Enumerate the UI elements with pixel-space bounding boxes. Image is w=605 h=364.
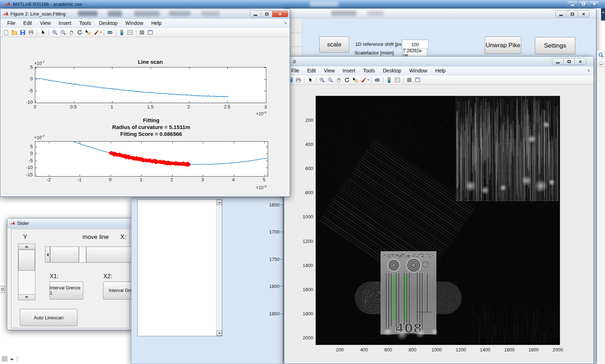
link-plot-icon[interactable] [106,29,114,36]
interferogram-image[interactable] [316,96,560,345]
x-slider-2[interactable] [86,247,133,263]
collapse-arrow-icon[interactable] [602,12,604,13]
maximize-button[interactable] [564,58,575,65]
listbox-scrollbar[interactable] [216,200,222,336]
minimize-button[interactable] [250,11,261,17]
print-icon[interactable] [295,76,302,84]
minimize-button[interactable] [556,11,567,17]
y-slider-thumb[interactable] [18,250,35,271]
rotate-3d-icon[interactable] [343,76,351,84]
fitting-plot[interactable] [35,141,268,177]
restore-button[interactable] [578,1,588,7]
x-slider-thumb[interactable] [50,247,79,263]
plot-tools-icon[interactable] [414,76,421,84]
menu-item[interactable]: Insert [55,19,75,27]
plot-tools-icon[interactable] [147,29,154,36]
cursor-icon[interactable] [39,29,46,36]
maximize-button[interactable] [261,11,272,17]
menu-item[interactable]: View [36,19,55,27]
close-button[interactable]: × [578,11,589,17]
legend-icon[interactable] [126,29,134,36]
app-title: MATLAB R2016b - academic use [13,1,82,7]
cursor-icon[interactable] [307,76,314,84]
menu-item[interactable]: Edit [303,67,320,75]
linescan-plot[interactable] [35,67,266,103]
brush-icon[interactable] [93,29,100,36]
interval-grenze-2-button[interactable]: Interval Gren [103,281,133,299]
resize-grip[interactable] [2,356,17,362]
dock-figure-icon[interactable] [138,29,146,36]
brush-dropdown-icon[interactable]: ▾ [100,31,102,34]
figure2-titlebar[interactable]: Figure 2: Line_scan,Fitting × [0,9,290,19]
settings-button[interactable]: Settings [535,37,575,54]
close-button[interactable]: × [589,1,599,7]
close-button[interactable]: × [272,11,288,17]
x-slider-left-arrow[interactable] [45,247,50,263]
open-file-icon[interactable] [11,29,18,36]
minimize-button[interactable] [552,58,564,65]
menu-item[interactable]: Help [147,19,166,27]
slider-title: Slider [17,221,29,226]
x-axis-exponent: ×10-3 [231,111,266,116]
close-button[interactable]: × [575,58,586,65]
pan-hand-icon[interactable] [68,29,75,36]
zoom-out-icon[interactable] [327,76,334,84]
menu-item[interactable]: Desktop [379,67,405,75]
y-slider-track[interactable] [18,271,35,294]
listbox[interactable] [137,199,222,336]
new-figure-icon[interactable] [3,29,10,36]
data-cursor-icon[interactable] [84,29,92,36]
menu-item[interactable]: Window [121,19,147,27]
rotate-3d-icon[interactable] [76,29,83,36]
colorbar-icon[interactable] [118,29,125,36]
top-right-notch [601,8,605,21]
unwrap-pike-button[interactable]: Unwrap Pike [485,36,521,54]
y-slider-up-arrow[interactable] [18,244,35,249]
scale-button[interactable]: scale [319,36,349,53]
y-slider[interactable] [18,244,35,300]
linescan-y-ticks: 50-5-10 [16,67,33,102]
link-plot-icon[interactable] [374,76,381,84]
y-slider-label: Y [23,234,27,241]
menu-item[interactable]: View [320,67,339,75]
minimize-button[interactable] [568,1,578,7]
y-slider-down-arrow[interactable] [18,294,35,300]
scroll-up-arrow[interactable] [217,200,222,205]
print-icon[interactable] [27,29,35,36]
pan-hand-icon[interactable] [335,76,342,84]
menu-item[interactable]: Window [405,67,431,75]
menu-item[interactable]: Help [431,67,450,75]
slider-titlebar[interactable]: Slider [7,218,132,228]
zoom-in-icon[interactable] [51,29,58,36]
auto-linescan-button[interactable]: Auto Linescan [20,309,77,326]
window-controls: × [552,58,586,65]
menu-item[interactable]: File [3,19,19,27]
data-cursor-icon[interactable] [352,76,359,84]
scroll-down-arrow[interactable] [217,330,222,336]
interval-grenze-1-button[interactable]: Interval Grenze 1 [49,281,83,299]
menu-item[interactable]: Edit [19,19,36,27]
x-slider-track[interactable] [79,247,86,263]
dock-pin-icon[interactable]: ↘ [284,20,287,25]
maximize-button[interactable] [567,11,578,17]
brush-dropdown-icon[interactable]: ▾ [368,78,369,81]
legend-icon[interactable] [394,76,401,84]
expand-circle-icon[interactable] [598,61,604,67]
search-icon[interactable] [598,52,604,58]
image-figure-titlebar[interactable]: d × [284,57,593,66]
menu-item[interactable]: Insert [339,67,359,75]
menu-item[interactable]: Tools [75,19,95,27]
control-panel-titlebar[interactable]: × [284,9,596,18]
menu-item[interactable]: Tools [359,67,379,75]
dock-figure-icon[interactable] [406,76,413,84]
zoom-out-icon[interactable] [59,29,67,36]
aero-blur-blob [310,1,339,7]
menu-item[interactable]: Desktop [95,19,121,27]
dock-pin-icon[interactable]: ↘ [587,68,590,72]
ref-shift-input[interactable]: 100 [402,40,428,49]
left-dock-tab[interactable]: D [0,286,5,293]
brush-icon[interactable] [360,76,367,84]
colorbar-icon[interactable] [386,76,393,84]
zoom-in-icon[interactable] [319,76,326,84]
save-icon[interactable] [19,29,26,36]
